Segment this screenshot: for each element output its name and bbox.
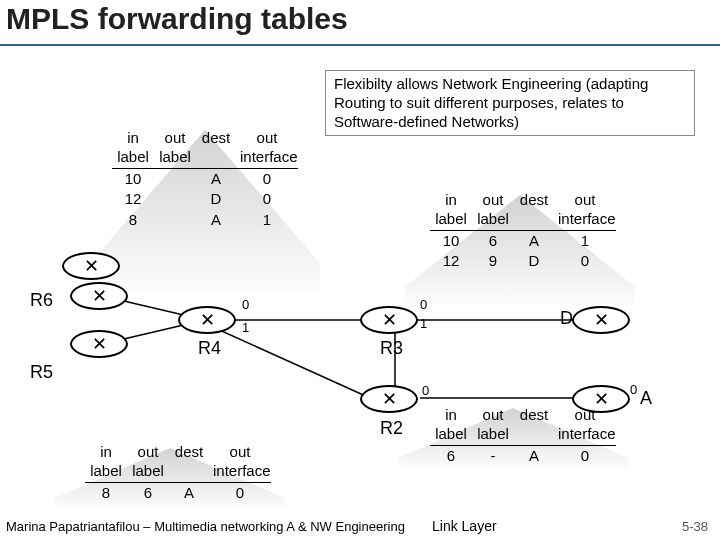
col-hdr-in: in label	[85, 442, 127, 482]
router-icon	[572, 306, 630, 334]
col-hdr-out: out label	[472, 405, 514, 445]
router-label-r4: R4	[198, 338, 221, 359]
svg-line-5	[215, 328, 370, 398]
callout-box: Flexibilty allows Network Engineering (a…	[325, 70, 695, 136]
iface-num: 0	[242, 297, 249, 312]
router-label-r3: R3	[380, 338, 403, 359]
table-row: 12 9 D 0	[430, 251, 616, 272]
col-hdr-dest: dest	[514, 405, 554, 445]
router-label-r2: R2	[380, 418, 403, 439]
fwd-table-r4: in label out label dest out interface 10…	[112, 128, 298, 231]
col-hdr-out: out label	[472, 190, 514, 230]
iface-num: 0	[420, 297, 427, 312]
col-hdr-if: out interface	[554, 190, 616, 230]
iface-num: 0	[630, 382, 637, 397]
router-icon	[178, 306, 236, 334]
table-row: 12 D 0	[112, 189, 298, 210]
col-hdr-if: out interface	[236, 128, 298, 168]
iface-num: 1	[420, 316, 427, 331]
router-icon	[70, 330, 128, 358]
col-hdr-dest: dest	[169, 442, 209, 482]
router-icon	[70, 282, 128, 310]
link-layer-label: Link Layer	[432, 518, 497, 534]
col-hdr-out: out label	[154, 128, 196, 168]
footer-left: Marina Papatriantafilou – Multimedia net…	[6, 519, 405, 534]
dest-label-a: A	[640, 388, 652, 409]
col-hdr-out: out label	[127, 442, 169, 482]
page-number: 5-38	[682, 519, 708, 534]
router-icon	[360, 306, 418, 334]
router-icon	[62, 252, 120, 280]
title-rule	[0, 44, 720, 46]
table-row: 8 A 1	[112, 210, 298, 231]
table-row: 10 A 0	[112, 169, 298, 190]
col-hdr-in: in label	[112, 128, 154, 168]
fwd-table-r2: in label out label dest out interface 6 …	[430, 405, 616, 466]
col-hdr-if: out interface	[209, 442, 271, 482]
fwd-table-r5: in label out label dest out interface 8 …	[85, 442, 271, 503]
router-icon	[572, 385, 630, 413]
iface-num: 1	[242, 320, 249, 335]
col-hdr-in: in label	[430, 190, 472, 230]
col-hdr-dest: dest	[196, 128, 236, 168]
fwd-table-r3: in label out label dest out interface 10…	[430, 190, 616, 272]
table-row: 10 6 A 1	[430, 231, 616, 252]
table-row: 6 - A 0	[430, 446, 616, 467]
table-row: 8 6 A 0	[85, 483, 271, 504]
col-hdr-in: in label	[430, 405, 472, 445]
page-title: MPLS forwarding tables	[6, 2, 348, 36]
dest-label-d: D	[560, 308, 573, 329]
router-label-r5: R5	[30, 362, 53, 383]
router-label-r6: R6	[30, 290, 53, 311]
iface-num: 0	[422, 383, 429, 398]
router-icon	[360, 385, 418, 413]
col-hdr-dest: dest	[514, 190, 554, 230]
